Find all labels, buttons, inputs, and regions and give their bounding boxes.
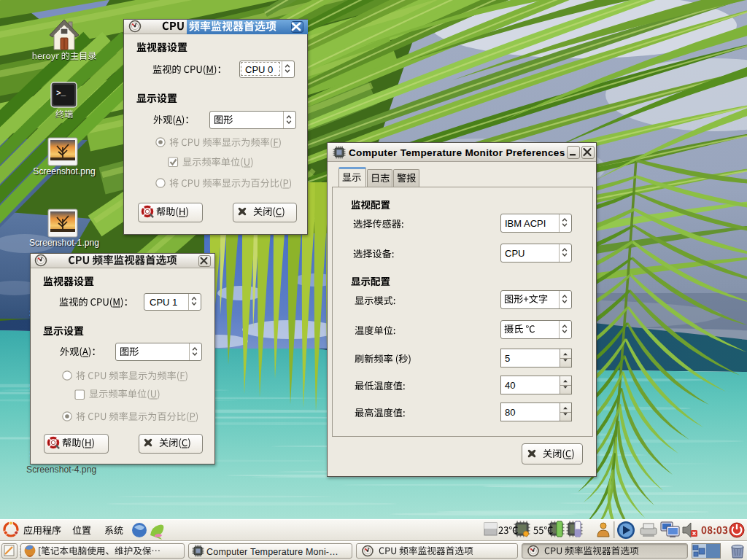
svg-text:>_: >_ <box>56 89 66 98</box>
